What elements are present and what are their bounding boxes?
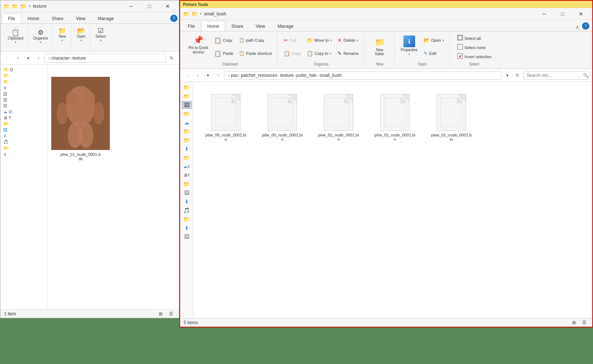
left-dropdown-button[interactable]: ▾ [24, 54, 33, 63]
rs-item-down9[interactable]: ⬇ [182, 198, 192, 206]
left-back-button[interactable]: ‹ [3, 54, 12, 63]
right-path-pubic-hair[interactable]: pubic_hair [296, 73, 317, 78]
left-file-item-0[interactable]: phw_01_nude_0001.dds [57, 74, 104, 164]
left-select-button[interactable]: ☑ Select ▾ [93, 26, 108, 44]
right-nav-dropdown[interactable]: ▾ [204, 71, 212, 80]
properties-button[interactable]: ℹ Properties ▾ [398, 34, 420, 58]
right-back-button[interactable]: ‹ [183, 71, 192, 80]
right-grid-view-button[interactable]: ⊞ [570, 319, 578, 326]
new-folder-button[interactable]: 📁 Newfolder [372, 36, 387, 58]
left-minimize-button[interactable]: ─ [123, 0, 139, 12]
rs-item-img9[interactable]: 🖼 [182, 189, 192, 197]
right-search-input[interactable] [527, 73, 582, 78]
right-file-item-0[interactable]: pbw_00_nude_0001.bin [202, 91, 250, 145]
right-tab-file[interactable]: File [182, 21, 201, 31]
left-tab-home[interactable]: Home [21, 13, 45, 23]
rs-item-7[interactable]: ⬇ [182, 145, 192, 153]
left-sidebar-item-2[interactable]: 📁 [0, 79, 48, 85]
left-sidebar-item-1[interactable]: 📁 [0, 72, 48, 79]
copy-button[interactable]: 📋 Copy [212, 36, 236, 45]
select-all-button[interactable]: Select all [455, 34, 494, 43]
rs-item-pc[interactable]: 🖥 T [182, 171, 192, 179]
copy-path-button[interactable]: 📋 path Copy [236, 37, 274, 44]
left-help-button[interactable]: ? [170, 15, 178, 22]
left-sidebar-item-6[interactable]: 🖼 [0, 103, 48, 109]
left-grid-view-button[interactable]: ⊞ [156, 310, 165, 318]
right-tab-share[interactable]: Share [225, 21, 249, 31]
left-sidebar-item-down2[interactable]: ⬇ [0, 133, 48, 139]
left-organize-button[interactable]: ⚙ Organize ▾ [31, 28, 51, 45]
left-sidebar-item-folder2[interactable]: 📁 [0, 121, 48, 127]
right-close-button[interactable]: ✕ [573, 8, 589, 20]
left-clipboard-button[interactable]: 📋 Clipboard ▾ [5, 28, 26, 45]
edit-button[interactable]: ✎ Edit [421, 49, 447, 57]
right-help-button[interactable]: ? [582, 22, 589, 30]
left-sidebar-item-0[interactable]: ⭐ Q [0, 66, 48, 72]
delete-button[interactable]: ✕ Delete ▾ [335, 36, 361, 44]
left-path-texture[interactable]: texture [72, 56, 86, 61]
left-sidebar-item-5[interactable]: 🖼 [0, 97, 48, 103]
right-path-small-bush[interactable]: small_bush [320, 73, 342, 78]
right-tab-manage[interactable]: Manage [271, 21, 299, 31]
pin-quick-access-button[interactable]: 📌 Pin to Quickaccess [186, 34, 211, 56]
left-tab-manage[interactable]: Manage [92, 13, 120, 23]
left-refresh-button[interactable]: ↻ [167, 54, 176, 63]
rs-item-4[interactable]: ☁ [182, 119, 192, 127]
right-search-icon[interactable]: 🔍 [583, 73, 589, 78]
left-maximize-button[interactable]: □ [141, 0, 158, 12]
left-sidebar-item-folder3[interactable]: 📁 [0, 145, 48, 151]
right-file-item-4[interactable]: pww_01_nude_0001.bin [428, 91, 475, 145]
rs-item-6[interactable]: 📁 [182, 136, 192, 144]
organize-copy-button[interactable]: 📋 Copy [281, 49, 303, 57]
paste-shortcut-button[interactable]: 📋 Paste shortcut [236, 50, 274, 57]
right-forward-button[interactable]: › [193, 71, 202, 80]
left-list-view-button[interactable]: ☰ [167, 310, 175, 318]
left-sidebar-item-4[interactable]: 🖼 [0, 91, 48, 97]
left-address-path[interactable]: « character › texture [44, 54, 166, 63]
right-path-patcher[interactable]: patcher_resources [241, 73, 277, 78]
rs-item-img10[interactable]: 🖼 [182, 233, 192, 241]
right-search-box[interactable]: 🔍 [523, 71, 589, 80]
left-sidebar-item-down3[interactable]: ⬇ [0, 151, 48, 158]
right-path-texture[interactable]: texture [280, 73, 294, 78]
cut-button[interactable]: ✂ Cut [281, 36, 303, 44]
left-up-button[interactable]: ↑ [34, 54, 43, 63]
right-list-view-button[interactable]: ☰ [580, 319, 589, 326]
right-file-item-2[interactable]: pew_01_nude_0001.bin [315, 91, 362, 145]
paste-button[interactable]: 📋 Paste [212, 49, 236, 58]
right-file-item-3[interactable]: phw_01_nude_0001.bin [371, 91, 419, 145]
right-path-dropdown[interactable]: ▾ [503, 71, 512, 80]
rs-item-3[interactable]: 📁 [182, 110, 192, 118]
right-collapse-button[interactable]: ∧ [573, 23, 582, 31]
rs-item-down10[interactable]: ⬇ [182, 224, 192, 232]
move-to-button[interactable]: 📁 Move to ▾ [304, 36, 334, 44]
left-tab-view[interactable]: View [70, 13, 92, 23]
left-sidebar-item-cloud[interactable]: ☁ O [0, 109, 48, 115]
rs-item-5[interactable]: 📁 [182, 127, 192, 135]
left-new-button[interactable]: 📁 New ▾ [56, 26, 69, 44]
left-sidebar-item-3[interactable]: ⬇ [0, 85, 48, 91]
invert-selection-button[interactable]: Invert selection [455, 52, 494, 61]
right-refresh-button[interactable]: ↻ [513, 71, 522, 80]
right-tab-home[interactable]: Home [201, 21, 225, 31]
right-tab-view[interactable]: View [249, 21, 271, 31]
right-path-paz[interactable]: paz [231, 73, 238, 78]
rs-item-0[interactable]: 📁 [182, 83, 192, 91]
left-path-character[interactable]: character [51, 56, 70, 61]
right-up-button[interactable]: ↑ [214, 71, 223, 80]
right-address-path[interactable]: « paz › patcher_resources › texture › pu… [224, 71, 501, 80]
left-close-button[interactable]: ✕ [159, 0, 176, 12]
left-tab-file[interactable]: File [2, 13, 21, 23]
rs-item-8[interactable]: 📁 [182, 154, 192, 162]
rs-item-folder10[interactable]: 📁 [182, 215, 192, 223]
rs-item-music[interactable]: 🎵 [182, 206, 192, 214]
right-minimize-button[interactable]: ─ [536, 8, 553, 20]
left-sidebar-item-img2[interactable]: 🖼 [0, 127, 48, 133]
rs-item-cloud2[interactable]: ☁ C [182, 162, 192, 170]
left-open-button[interactable]: 📂 Open ▾ [74, 26, 87, 44]
left-sidebar-item-pc[interactable]: 🖥 T [0, 115, 48, 121]
copy-to-button[interactable]: 📋 Copy to ▾ [304, 49, 334, 57]
rs-item-2[interactable]: 🖼 [182, 101, 192, 109]
select-none-button[interactable]: Select none [455, 43, 494, 52]
left-tab-share[interactable]: Share [45, 13, 70, 23]
